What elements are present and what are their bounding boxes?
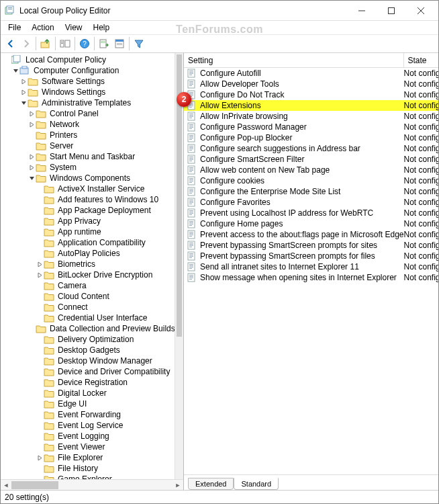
tree-item[interactable]: Biometrics [2, 259, 175, 269]
back-button[interactable] [3, 36, 18, 51]
setting-row[interactable]: Allow InPrivate browsingNot configuredNo [184, 111, 439, 122]
tree-item[interactable]: App runtime [2, 226, 175, 237]
chevron-right-icon[interactable] [28, 165, 36, 171]
chevron-right-icon[interactable] [36, 455, 44, 461]
setting-row[interactable]: Configure Pop-up BlockerNot configuredNo [184, 132, 439, 143]
tree-item[interactable]: App Privacy [2, 216, 175, 226]
tree-item[interactable]: Start Menu and Taskbar [2, 151, 175, 162]
tab-extended[interactable]: Extended [188, 478, 234, 490]
setting-row[interactable]: Configure search suggestions in Address … [184, 143, 439, 154]
chevron-right-icon[interactable] [36, 261, 44, 267]
tree-item[interactable]: Desktop Window Manager [2, 355, 175, 366]
tree-item[interactable]: Software Settings [2, 76, 175, 87]
setting-row[interactable]: Prevent bypassing SmartScreen prompts fo… [184, 240, 439, 251]
up-button[interactable] [38, 36, 53, 51]
forward-button[interactable] [19, 36, 34, 51]
close-button[interactable] [406, 1, 436, 20]
setting-row[interactable]: Send all intranet sites to Internet Expl… [184, 261, 439, 272]
tree-item[interactable]: Edge UI [2, 398, 175, 409]
setting-row[interactable]: Configure SmartScreen FilterNot configur… [184, 154, 439, 165]
menu-action[interactable]: Action [27, 22, 58, 34]
chevron-right-icon[interactable] [19, 89, 28, 95]
setting-row[interactable]: Allow web content on New Tab pageNot con… [184, 165, 439, 175]
setting-row[interactable]: Configure AutofillNot configuredNo [184, 68, 439, 79]
chevron-right-icon[interactable] [28, 154, 36, 160]
chevron-right-icon[interactable] [28, 111, 36, 117]
chevron-right-icon[interactable] [19, 79, 28, 85]
column-state[interactable]: State [404, 53, 439, 67]
tree-view[interactable]: Local Computer PolicyComputer Configurat… [1, 53, 175, 479]
tree-vertical-scrollbar[interactable] [175, 53, 183, 479]
tree-item[interactable]: Network [2, 119, 175, 130]
setting-row[interactable]: Configure Home pagesNot configuredNo [184, 218, 439, 229]
tree-item[interactable]: Event Logging [2, 431, 175, 442]
tree-item[interactable]: ActiveX Installer Service [2, 183, 175, 194]
menu-view[interactable]: View [60, 22, 87, 34]
tree-item[interactable]: Game Explorer [2, 474, 175, 479]
folder-icon [44, 367, 54, 376]
tree-horizontal-scrollbar[interactable]: ◄ ► [1, 479, 183, 490]
tree-item[interactable]: Device Registration [2, 377, 175, 388]
tree-item[interactable]: Computer Configuration [2, 65, 175, 76]
setting-row[interactable]: Configure the Enterprise Mode Site ListN… [184, 186, 439, 197]
tree-item[interactable]: Camera [2, 280, 175, 291]
tree-item[interactable]: App Package Deployment [2, 205, 175, 216]
tree-item[interactable]: Control Panel [2, 108, 175, 119]
setting-row[interactable]: Show message when opening sites in Inter… [184, 272, 439, 283]
settings-list[interactable]: Configure AutofillNot configuredNoAllow … [184, 68, 439, 474]
tree-item[interactable]: Data Collection and Preview Builds [2, 323, 175, 334]
chevron-right-icon[interactable] [36, 272, 44, 278]
tree-item[interactable]: Event Forwarding [2, 409, 175, 420]
tree-item[interactable]: Event Viewer [2, 442, 175, 452]
export-list-button[interactable] [97, 36, 111, 51]
tree-item[interactable]: Printers [2, 130, 175, 140]
tree-item[interactable]: Desktop Gadgets [2, 345, 175, 355]
chevron-down-icon[interactable] [28, 175, 36, 181]
menu-file[interactable]: File [3, 22, 26, 34]
help-button[interactable]: ? [77, 36, 92, 51]
show-hide-tree-button[interactable] [58, 36, 72, 51]
setting-row[interactable]: Configure Do Not TrackNot configuredNo [184, 89, 439, 100]
setting-row[interactable]: Prevent access to the about:flags page i… [184, 229, 439, 240]
setting-row[interactable]: Allow Developer ToolsNot configuredNo [184, 79, 439, 89]
setting-row[interactable]: Prevent bypassing SmartScreen prompts fo… [184, 251, 439, 261]
tree-item[interactable]: BitLocker Drive Encryption [2, 269, 175, 280]
tree-item[interactable]: Device and Driver Compatibility [2, 366, 175, 377]
tree-item[interactable]: AutoPlay Policies [2, 248, 175, 259]
setting-state: Not configured [404, 122, 439, 132]
tree-item[interactable]: Local Computer Policy [2, 54, 175, 65]
tree-item[interactable]: Event Log Service [2, 420, 175, 431]
tree-item[interactable]: Server [2, 140, 175, 151]
tree-item[interactable]: Add features to Windows 10 [2, 194, 175, 205]
properties-button[interactable] [112, 36, 127, 51]
tree-item[interactable]: Cloud Content [2, 291, 175, 302]
tree-item[interactable]: Connect [2, 302, 175, 312]
column-setting[interactable]: Setting [184, 53, 404, 67]
folder-icon [44, 345, 54, 355]
setting-row[interactable]: Allow ExtensionsNot configuredNo [184, 100, 439, 111]
tree-item[interactable]: File History [2, 463, 175, 474]
tree-item-label: Delivery Optimization [56, 334, 135, 345]
column-headers[interactable]: Setting State Comment [184, 53, 439, 68]
setting-row[interactable]: Configure Password ManagerNot configured… [184, 122, 439, 132]
tree-item[interactable]: File Explorer [2, 452, 175, 463]
maximize-button[interactable] [377, 1, 406, 20]
menu-help[interactable]: Help [89, 22, 115, 34]
filter-button[interactable] [132, 36, 146, 51]
minimize-button[interactable] [347, 1, 377, 20]
setting-row[interactable]: Configure FavoritesNot configuredNo [184, 197, 439, 208]
tree-item[interactable]: Application Compatibility [2, 237, 175, 248]
tree-item[interactable]: Windows Settings [2, 87, 175, 97]
setting-row[interactable]: Configure cookiesNot configuredNo [184, 175, 439, 186]
tree-item[interactable]: Credential User Interface [2, 312, 175, 323]
tab-standard[interactable]: Standard [234, 478, 279, 490]
tree-item[interactable]: Delivery Optimization [2, 334, 175, 345]
tree-item[interactable]: Administrative Templates [2, 97, 175, 108]
tree-item[interactable]: Windows Components [2, 173, 175, 183]
tree-item[interactable]: System [2, 162, 175, 173]
tree-item[interactable]: Digital Locker [2, 388, 175, 398]
chevron-down-icon[interactable] [11, 68, 19, 74]
chevron-right-icon[interactable] [28, 122, 36, 128]
setting-row[interactable]: Prevent using Localhost IP address for W… [184, 208, 439, 218]
chevron-down-icon[interactable] [19, 100, 28, 106]
